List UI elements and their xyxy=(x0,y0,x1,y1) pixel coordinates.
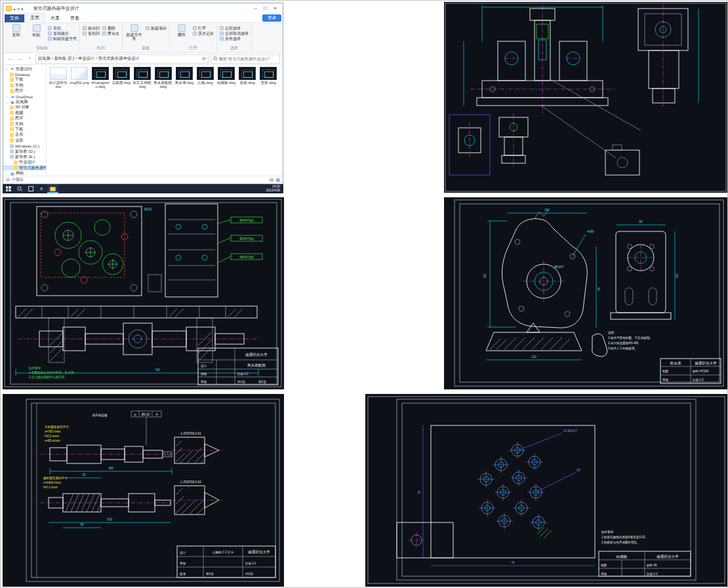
tab-home[interactable]: 主页 xyxy=(24,13,45,22)
chevron-icon[interactable]: › xyxy=(6,172,9,176)
sidebar-item-current-folder[interactable]: 管壳式换热器毕业设计 xyxy=(3,165,46,170)
search-icon xyxy=(17,186,22,191)
taskbar-search-button[interactable] xyxy=(14,184,25,193)
drawing-number: L-ZXST06.2-02 xyxy=(180,480,201,484)
navigation-pane: ⌄★快速访问 Desktop 下载 文档 图片 ›☁OneDrive ⌄▣此电脑… xyxy=(3,65,47,176)
sidebar-item-drive-c[interactable]: Windows (C:) xyxy=(3,143,46,148)
select-all-button[interactable]: 全部选择 xyxy=(220,26,249,30)
rename-button[interactable]: 重命名 xyxy=(102,31,119,35)
paste-icon xyxy=(33,24,41,32)
copy-icon xyxy=(12,24,20,32)
sidebar-item-desktop[interactable]: Desktop xyxy=(3,71,46,77)
file-item[interactable]: 底座.dwg xyxy=(237,67,258,89)
dwg-file-thumbnail xyxy=(155,67,172,80)
move-to-button[interactable]: 移动到 xyxy=(83,26,100,30)
dwg-file-thumbnail xyxy=(218,67,235,80)
sidebar-item-desktop2[interactable]: 桌面 xyxy=(3,138,46,143)
paste-shortcut-button[interactable]: 粘贴快捷方式 xyxy=(48,37,77,41)
forward-button[interactable]: → xyxy=(16,55,24,63)
note-line: 1.装配后各运动件应灵活、无卡滞; xyxy=(29,370,74,375)
title-bar[interactable]: ▸ ⟳ ▾ 管壳式换热器毕业设计 ─ ☐ ✕ xyxy=(3,3,283,14)
sidebar-item-pictures2[interactable]: 图片 xyxy=(3,116,46,121)
open-button[interactable]: 打开 xyxy=(193,26,214,30)
tab-share[interactable]: 共享 xyxy=(45,14,65,22)
refresh-icon[interactable]: ⟳ xyxy=(202,56,206,62)
chevron-icon[interactable]: › xyxy=(6,94,9,98)
close-button[interactable]: ✕ xyxy=(270,6,280,11)
shaft-process-drawing: 渐开线花键 ◎ Ø0.02 A 车外圆各部至尺寸 n=760 r/min f=0… xyxy=(3,394,284,587)
sidebar-item-network[interactable]: ›▦网络 xyxy=(3,170,46,176)
file-item[interactable]: 总装图.dwg xyxy=(111,67,132,89)
task-view-icon xyxy=(28,186,33,191)
cad-panel-housing: 160 154 98 4-Ø9 Ø62H7 80 120 210 xyxy=(444,197,727,389)
history-button[interactable]: 历史记录 xyxy=(193,31,214,35)
edge-icon: e xyxy=(40,186,43,191)
file-item[interactable]: zhuangpeitu.dwg xyxy=(90,67,111,89)
address-bar[interactable]: 此电脑 › 新加卷 (E:) › 毕业设计 › 管壳式换热器毕业设计 ⟳ xyxy=(35,54,209,64)
maximize-button[interactable]: ☐ xyxy=(260,6,270,11)
title-block-cell: 比例 1:1 xyxy=(245,562,256,566)
delete-button[interactable]: 删除 xyxy=(102,26,119,30)
file-item[interactable]: 支架.dwg xyxy=(258,67,279,89)
sidebar-item-biyesheji[interactable]: 毕业设计 xyxy=(3,160,46,165)
thumbnails-view-icon[interactable]: ▦ xyxy=(275,178,280,183)
task-view-button[interactable] xyxy=(25,184,36,193)
ribbon-group-new: 新建文件夹 新建项目 新建 xyxy=(123,24,170,52)
properties-button[interactable]: 属性 xyxy=(172,24,190,37)
chevron-icon[interactable]: ⌄ xyxy=(6,100,9,104)
quick-access-toolbar[interactable]: ▸ ⟳ ▾ xyxy=(14,7,23,11)
sidebar-item-downloads2[interactable]: 下载 xyxy=(3,127,46,132)
sidebar-item-pictures[interactable]: 图片 xyxy=(3,88,46,94)
sidebar-item-drive-d[interactable]: 新加卷 (D:) xyxy=(3,149,46,154)
invert-selection-button[interactable]: 反向选择 xyxy=(220,37,249,41)
breadcrumb[interactable]: 此电脑 › 新加卷 (E:) › 毕业设计 › 管壳式换热器毕业设计 xyxy=(38,56,200,62)
copy-to-button[interactable]: 复制到 xyxy=(83,31,100,35)
chevron-icon[interactable]: ⌄ xyxy=(6,67,9,71)
file-item[interactable]: 钻模板.dwg xyxy=(216,67,237,89)
explorer-taskbar-button[interactable] xyxy=(47,184,58,193)
dwg-file-thumbnail xyxy=(197,67,214,80)
details-view-icon[interactable]: ▤ xyxy=(270,178,274,183)
sidebar-item-onedrive[interactable]: ›☁OneDrive xyxy=(3,94,46,99)
sidebar-item-videos[interactable]: 视频 xyxy=(3,110,46,115)
sign-in-button[interactable]: 登录 xyxy=(262,14,281,22)
back-button[interactable]: ← xyxy=(6,55,14,63)
sidebar-item-drive-e[interactable]: 新加卷 (E:) xyxy=(3,154,46,159)
dim-label: 12-Ø12H7 xyxy=(563,429,578,433)
copy-path-button[interactable]: 复制路径 xyxy=(48,31,77,35)
title-block-cell: 审核 xyxy=(601,572,607,576)
minimize-button[interactable]: ─ xyxy=(251,6,260,11)
new-item-button[interactable]: 新建项目 xyxy=(146,26,167,30)
new-folder-button[interactable]: 新建文件夹 xyxy=(125,24,143,41)
file-item[interactable]: 加工工序图.dwg xyxy=(132,67,153,89)
start-button[interactable] xyxy=(3,184,14,193)
file-item[interactable]: 心轴.dwg xyxy=(195,67,216,89)
tab-view[interactable]: 查看 xyxy=(65,14,85,22)
sidebar-item-documents2[interactable]: 文档 xyxy=(3,121,46,127)
sidebar-item-downloads[interactable]: 下载 xyxy=(3,77,46,83)
sidebar-item-quick-access[interactable]: ⌄★快速访问 xyxy=(3,66,46,71)
file-item[interactable]: 夹具体.dwg xyxy=(174,67,195,89)
file-item[interactable]: img001.png xyxy=(69,67,90,89)
file-item[interactable]: 夹具装配图.dwg xyxy=(153,67,174,89)
sidebar-item-3d-objects[interactable]: 3D 对象 xyxy=(3,105,46,110)
window-title: 管壳式换热器毕业设计 xyxy=(33,5,249,12)
select-all-icon xyxy=(220,26,224,30)
tab-file[interactable]: 文件 xyxy=(5,14,24,22)
paste-button[interactable]: 粘贴 xyxy=(28,24,45,37)
copy-button[interactable]: 复制 xyxy=(7,24,25,37)
search-box[interactable] xyxy=(211,54,280,64)
sidebar-item-this-pc[interactable]: ⌄▣此电脑 xyxy=(3,99,46,104)
cut-button[interactable]: 剪切 xyxy=(48,26,77,30)
edge-taskbar-button[interactable]: e xyxy=(36,184,47,193)
search-input[interactable] xyxy=(218,56,277,61)
taskbar-clock[interactable]: 16:02 2023/4/28 xyxy=(266,185,283,192)
housing-drawing: 160 154 98 4-Ø9 Ø62H7 80 120 210 xyxy=(444,197,727,389)
sidebar-item-documents[interactable]: 文档 xyxy=(3,83,46,88)
computer-icon: ▣ xyxy=(10,100,14,104)
sidebar-item-music[interactable]: 音乐 xyxy=(3,132,46,138)
select-none-button[interactable]: 全部取消选择 xyxy=(220,31,249,35)
explorer-app-icon xyxy=(6,6,12,11)
file-item[interactable]: 设计说明书.doc xyxy=(48,67,69,89)
up-button[interactable]: ↑ xyxy=(26,55,33,63)
